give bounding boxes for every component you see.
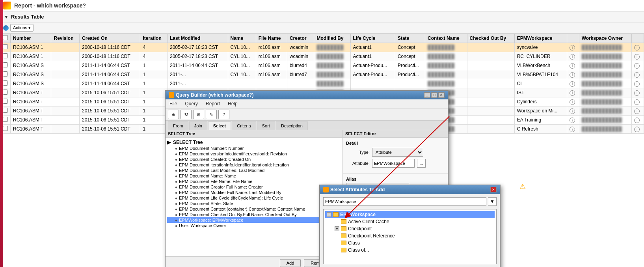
cell-info-btn2[interactable]: i bbox=[632, 88, 644, 97]
menu-query[interactable]: Query bbox=[182, 100, 200, 107]
actions-button[interactable]: Actions ▾ bbox=[10, 24, 34, 32]
toolbar-btn-help[interactable]: ? bbox=[218, 110, 229, 119]
cell-info-btn[interactable]: i bbox=[567, 97, 579, 106]
info-button-2[interactable]: i bbox=[634, 54, 640, 60]
tab-join[interactable]: Join bbox=[189, 121, 207, 130]
section-toggle[interactable]: ▼ bbox=[4, 14, 9, 20]
tree-item[interactable]: ●EPM Document.Creator Full Name: Creator bbox=[167, 184, 341, 190]
toolbar-btn-2[interactable]: ⟲ bbox=[181, 110, 192, 119]
info-button-2[interactable]: i bbox=[634, 90, 640, 96]
attrs-tree-item[interactable]: Active Client Cache bbox=[325, 218, 495, 225]
attrs-tree-item[interactable]: Class bbox=[325, 239, 495, 246]
tree-item[interactable]: ●EPM Document.iterationInfo.identifier.i… bbox=[167, 162, 341, 168]
tab-from[interactable]: From bbox=[168, 121, 188, 130]
tree-item[interactable]: ●EPM Document.Name: Name bbox=[167, 173, 341, 179]
info-button[interactable]: i bbox=[570, 81, 575, 87]
minimize-button[interactable]: _ bbox=[424, 92, 430, 98]
cell-info-btn2[interactable]: i bbox=[632, 116, 644, 125]
attrs-tree[interactable]: -EPMWorkspaceActive Client Cache+Checkpo… bbox=[323, 209, 497, 264]
tree-item[interactable]: ●EPM Document.Context (container).Contex… bbox=[167, 206, 341, 212]
tree-item[interactable]: ●EPM Document.Last Modified: Last Modifi… bbox=[167, 168, 341, 173]
tree-item[interactable]: ●EPM Document.Created: Created On bbox=[167, 157, 341, 162]
cell-info-btn[interactable]: i bbox=[567, 125, 579, 134]
attribute-input[interactable] bbox=[372, 159, 415, 168]
tree-item[interactable]: ●EPM Document.Life Cycle (lifeCycleName)… bbox=[167, 195, 341, 201]
cell-info-btn2[interactable]: i bbox=[632, 79, 644, 88]
select-all-checkbox[interactable] bbox=[3, 35, 8, 40]
query-builder-titlebar[interactable]: Query Builder (which workspace?) _ □ ✕ bbox=[166, 91, 448, 99]
tree-item[interactable]: ●EPM Document.versionInfo.identifier.ver… bbox=[167, 151, 341, 157]
menu-help[interactable]: Help bbox=[225, 100, 240, 107]
cell-info-btn2[interactable]: i bbox=[632, 61, 644, 70]
tab-sort[interactable]: Sort bbox=[257, 121, 275, 130]
cell-info-btn2[interactable]: i bbox=[632, 106, 644, 116]
cell-info-btn2[interactable]: i bbox=[632, 52, 644, 61]
tree-item[interactable]: ●EPM Document.File Name: File Name bbox=[167, 179, 341, 184]
table-row[interactable]: RC106.ASM 1 2000-10-18 11:16 CDT 4 2005-… bbox=[0, 43, 644, 52]
attrs-dropdown-button[interactable]: ▼ bbox=[488, 197, 497, 206]
attrs-tree-item[interactable]: +Checkpoint bbox=[325, 225, 495, 232]
tree-item[interactable]: ●EPM Document.State: State bbox=[167, 201, 341, 206]
tree-root-item[interactable]: ▶ SELECT Tree bbox=[167, 139, 341, 146]
attrs-tree-item[interactable]: Checkpoint Reference bbox=[325, 232, 495, 239]
info-button[interactable]: i bbox=[570, 127, 575, 132]
tab-description[interactable]: Description bbox=[276, 121, 308, 130]
maximize-button[interactable]: □ bbox=[431, 92, 437, 98]
info-button-2[interactable]: i bbox=[634, 127, 640, 132]
toolbar-btn-3[interactable]: ⊞ bbox=[193, 110, 204, 119]
cell-info-btn[interactable]: i bbox=[567, 79, 579, 88]
cell-info-btn[interactable]: i bbox=[567, 43, 579, 52]
table-row[interactable]: RC106.ASM 1 2000-10-18 11:16 CDT 4 2005-… bbox=[0, 52, 644, 61]
tab-criteria[interactable]: Criteria bbox=[232, 121, 256, 130]
info-button-2[interactable]: i bbox=[634, 81, 640, 87]
table-row[interactable]: RC106.ASM S 2011-11-14 06:44 CST 1 2011-… bbox=[0, 61, 644, 70]
tree-item[interactable]: ●EPM Document.Number: Number bbox=[167, 146, 341, 151]
menu-file[interactable]: File bbox=[167, 100, 179, 107]
cell-info-btn[interactable]: i bbox=[567, 70, 579, 79]
expand-icon[interactable]: - bbox=[327, 212, 331, 217]
menu-report[interactable]: Report bbox=[203, 100, 222, 107]
toolbar-btn-4[interactable]: ✎ bbox=[206, 110, 217, 119]
info-button-2[interactable]: i bbox=[634, 108, 640, 114]
close-button[interactable]: ✕ bbox=[438, 92, 445, 98]
cell-info-btn[interactable]: i bbox=[567, 88, 579, 97]
toolbar-btn-1[interactable]: ⊕ bbox=[168, 110, 179, 119]
tab-select[interactable]: Select bbox=[208, 121, 231, 130]
info-button-2[interactable]: i bbox=[634, 118, 640, 123]
tree-item[interactable]: ●EPM Document.Checked Out By.Full Name: … bbox=[167, 212, 341, 217]
info-button-2[interactable]: i bbox=[634, 99, 640, 105]
info-button[interactable]: i bbox=[570, 63, 575, 69]
cell-info-btn2[interactable]: i bbox=[632, 125, 644, 134]
cell-info-btn[interactable]: i bbox=[567, 106, 579, 116]
cell-info-btn[interactable]: i bbox=[567, 61, 579, 70]
tree-item[interactable]: ●EPMWorkspace: EPMWorkspace bbox=[167, 217, 341, 223]
tree-item[interactable]: ●User: Workspace Owner bbox=[167, 223, 341, 228]
cell-info-btn[interactable]: i bbox=[567, 52, 579, 61]
info-button-2[interactable]: i bbox=[634, 72, 640, 78]
tree-item[interactable]: ●EPM Document.Modifier Full Name: Last M… bbox=[167, 190, 341, 195]
info-button[interactable]: i bbox=[570, 90, 575, 96]
cell-info-btn2[interactable]: i bbox=[632, 70, 644, 79]
attribute-browse-button[interactable]: ... bbox=[417, 159, 426, 168]
info-button-2[interactable]: i bbox=[634, 63, 640, 69]
table-row[interactable]: RC106.ASM S 2011-11-14 06:44 CST 1 2011-… bbox=[0, 70, 644, 79]
attrs-titlebar[interactable]: Select Attributes To Add ✕ bbox=[320, 185, 500, 194]
cell-info-btn2[interactable]: i bbox=[632, 97, 644, 106]
cell-info-btn2[interactable]: i bbox=[632, 43, 644, 52]
table-row[interactable]: RC106.ASM S 2011-11-14 06:44 CST 1 2011-… bbox=[0, 79, 644, 88]
info-button[interactable]: i bbox=[570, 108, 575, 114]
info-button[interactable]: i bbox=[570, 45, 575, 50]
attrs-tree-item[interactable]: -EPMWorkspace bbox=[325, 211, 495, 218]
info-button[interactable]: i bbox=[570, 99, 575, 105]
add-button[interactable]: Add bbox=[280, 259, 301, 267]
info-button-2[interactable]: i bbox=[634, 45, 640, 50]
cell-info-btn[interactable]: i bbox=[567, 116, 579, 125]
tree-content[interactable]: ▶ SELECT Tree ●EPM Document.Number: Numb… bbox=[166, 138, 342, 256]
attrs-close-button[interactable]: ✕ bbox=[490, 187, 497, 192]
attrs-search-input[interactable] bbox=[323, 197, 486, 206]
info-button[interactable]: i bbox=[570, 118, 575, 123]
expand-icon[interactable]: + bbox=[335, 226, 339, 231]
info-button[interactable]: i bbox=[570, 72, 575, 78]
type-select[interactable]: Attribute bbox=[372, 148, 423, 157]
info-button[interactable]: i bbox=[570, 54, 575, 60]
